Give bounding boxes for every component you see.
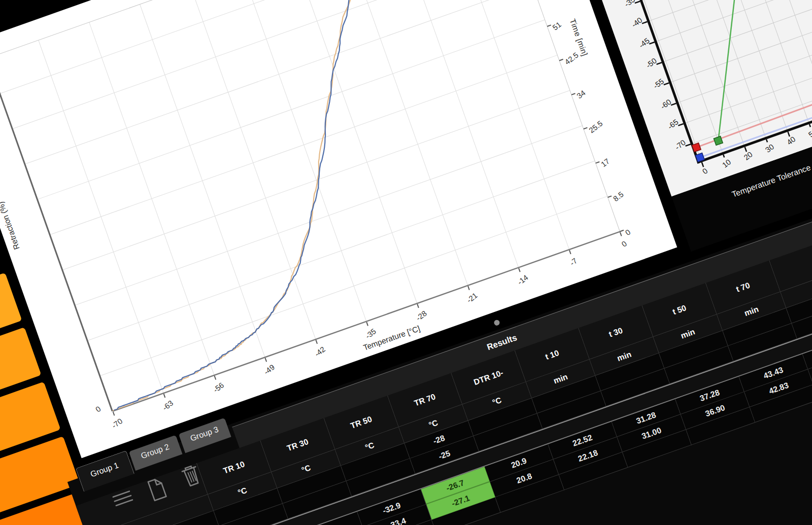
gridline-horizontal <box>678 21 812 103</box>
gridline-vertical <box>756 0 812 92</box>
gridline-horizontal <box>88 161 595 340</box>
x-tick-mark <box>163 394 166 398</box>
x-tick-mark <box>214 376 217 380</box>
gridline-horizontal <box>50 55 557 235</box>
gridline-vertical <box>241 0 366 321</box>
x-tick-mark <box>620 232 622 236</box>
gridline-vertical <box>191 0 316 339</box>
x-tick-mark <box>569 250 571 254</box>
gridline-horizontal <box>63 90 570 270</box>
x-tick-mark <box>467 286 470 290</box>
x-tick-mark <box>766 139 768 142</box>
gridline-horizontal <box>685 42 812 123</box>
gridline-vertical <box>444 0 569 250</box>
gridline-horizontal <box>38 20 545 199</box>
x-tick-mark <box>723 154 725 157</box>
x-tick-mark <box>518 268 521 272</box>
tab-group-3[interactable]: Group 3 <box>179 418 231 453</box>
gridline-vertical <box>691 0 812 115</box>
gridline-horizontal <box>1 0 507 93</box>
x-tick-mark <box>315 340 318 344</box>
gridline-vertical <box>734 0 812 99</box>
gridline-horizontal <box>642 0 812 1</box>
x-tick-mark <box>417 304 419 308</box>
x-tick-mark <box>366 322 368 326</box>
gridline-horizontal <box>25 0 532 164</box>
gridline-horizontal <box>75 126 582 305</box>
gridline-horizontal <box>693 62 812 144</box>
x-tick-mark <box>809 124 811 127</box>
splitter-handle[interactable] <box>493 319 500 326</box>
gridline-vertical <box>343 0 467 286</box>
gridline-vertical <box>393 0 518 267</box>
gridline-vertical <box>292 0 417 303</box>
gridline-horizontal <box>13 0 520 129</box>
tab-group-2[interactable]: Group 2 <box>129 435 183 471</box>
x-tick-mark <box>113 411 115 415</box>
x-tick-mark <box>265 358 267 362</box>
gridline-vertical <box>777 0 812 84</box>
